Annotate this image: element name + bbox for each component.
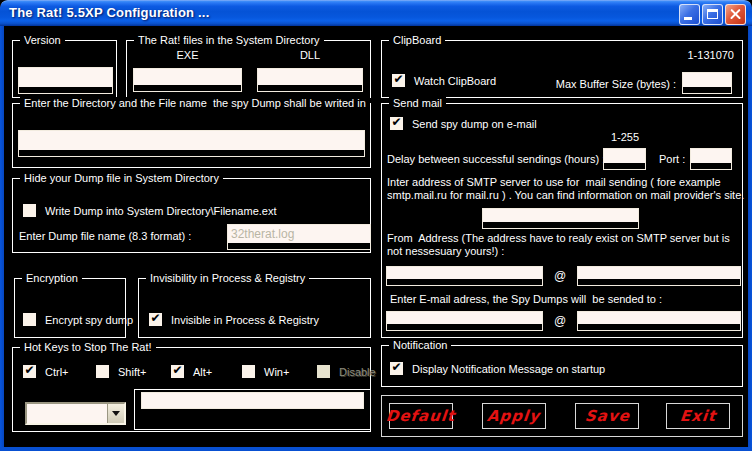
version-input[interactable]	[19, 68, 112, 87]
hotkey-win-checkbox[interactable]	[242, 365, 255, 378]
window-border-right	[748, 26, 752, 451]
hide-dump-group: Hide your Dump file in System Directory …	[12, 178, 371, 253]
exit-button[interactable]: Exit	[666, 403, 730, 429]
hotkey-win-row[interactable]: Win+	[242, 365, 289, 378]
hotkey-combobox-dropdown-button[interactable]	[107, 404, 124, 423]
write-dump-checkbox-row[interactable]: Write Dump into System Directory\Filenam…	[23, 204, 276, 217]
delay-range-hint: 1-255	[603, 131, 647, 144]
dll-field[interactable]	[257, 68, 363, 92]
notification-group-title: Notification	[389, 339, 451, 352]
dump-path-field[interactable]	[18, 130, 365, 157]
hotkey-display-field[interactable]	[141, 392, 364, 409]
hotkey-disable-checkbox[interactable]	[317, 365, 330, 378]
hotkey-win-label: Win+	[264, 366, 289, 378]
delay-input[interactable]	[604, 149, 645, 163]
hotkey-alt-row[interactable]: Alt+	[171, 365, 212, 378]
apply-button-label: Apply	[487, 407, 542, 425]
dll-label: DLL	[257, 49, 363, 62]
hotkey-disable-row[interactable]: Disable	[317, 365, 376, 378]
from-domain-input[interactable]	[578, 267, 740, 279]
hotkey-shift-checkbox[interactable]	[96, 365, 109, 378]
send-dump-email-label: Send spy dump on e-mail	[412, 118, 537, 130]
hotkeys-group-title: Hot Keys to Stop The Rat!	[20, 341, 156, 354]
minimize-button[interactable]	[679, 4, 700, 25]
port-input[interactable]	[691, 149, 731, 163]
notification-checkbox-label: Display Notification Message on startup	[412, 363, 605, 375]
from-address-label-line2: not nessesuary yours!) :	[387, 245, 504, 258]
titlebar[interactable]: The Rat! 5.5XP Configuration ...	[0, 0, 752, 26]
titlebar-buttons	[679, 4, 746, 25]
hotkey-alt-checkbox[interactable]	[171, 365, 184, 378]
smtp-server-input[interactable]	[483, 209, 638, 222]
send-dump-email-checkbox[interactable]	[390, 117, 403, 130]
encryption-group: Encryption Encrypt spy dump	[14, 278, 126, 338]
exe-label: EXE	[133, 49, 242, 62]
hotkey-shift-row[interactable]: Shift+	[96, 365, 146, 378]
version-group-title: Version	[20, 34, 65, 47]
to-at-sign: @	[554, 314, 566, 328]
apply-button[interactable]: Apply	[482, 403, 546, 429]
write-dump-checkbox-label: Write Dump into System Directory\Filenam…	[45, 205, 276, 217]
to-user-field[interactable]	[386, 311, 543, 331]
maximize-icon	[707, 9, 718, 19]
version-field[interactable]	[18, 67, 113, 94]
from-address-label-line1: From Address (The address have to realy …	[387, 232, 730, 245]
hotkey-combobox[interactable]	[25, 402, 126, 425]
invisible-checkbox[interactable]	[149, 313, 162, 326]
send-dump-email-row[interactable]: Send spy dump on e-mail	[390, 117, 537, 130]
dll-input[interactable]	[258, 69, 362, 85]
smtp-note-line1: Inter address of SMTP server to use for …	[387, 176, 721, 189]
dump-path-input[interactable]	[19, 131, 364, 150]
hotkey-ctrl-row[interactable]: Ctrl+	[23, 365, 69, 378]
hotkey-alt-label: Alt+	[193, 366, 212, 378]
notification-checkbox[interactable]	[390, 362, 403, 375]
watch-clipboard-label: Watch ClipBoard	[414, 75, 496, 87]
minimize-icon	[684, 17, 692, 20]
dump-path-group: Enter the Directory and the File name th…	[12, 103, 371, 168]
maximize-button[interactable]	[702, 4, 723, 25]
encryption-group-title: Encryption	[22, 272, 82, 285]
from-user-input[interactable]	[387, 267, 542, 279]
watch-clipboard-checkbox[interactable]	[392, 74, 405, 87]
from-user-field[interactable]	[386, 266, 543, 286]
close-icon	[726, 5, 745, 24]
delay-label: Delay between successful sendings (hours…	[387, 153, 605, 166]
save-button-label: Save	[584, 407, 631, 425]
delay-field[interactable]	[603, 148, 646, 170]
hide-dump-group-title: Hide your Dump file in System Directory	[20, 172, 223, 185]
buffer-size-label: Max Buffer Size (bytes) :	[556, 78, 676, 91]
dump-path-group-title: Enter the Directory and the File name th…	[20, 97, 370, 110]
encrypt-checkbox-row[interactable]: Encrypt spy dump	[23, 313, 133, 326]
dump-filename-label: Enter Dump file name (8.3 format) :	[19, 230, 191, 243]
smtp-server-field[interactable]	[482, 208, 639, 229]
exe-field[interactable]	[133, 68, 242, 92]
invisible-checkbox-row[interactable]: Invisible in Process & Registry	[149, 313, 319, 326]
close-button[interactable]	[725, 4, 746, 25]
watch-clipboard-row[interactable]: Watch ClipBoard	[392, 74, 496, 87]
window-border-bottom	[0, 447, 752, 451]
dump-filename-field[interactable]	[227, 224, 371, 250]
exe-input[interactable]	[134, 69, 241, 85]
hotkey-combobox-value[interactable]	[27, 404, 107, 423]
hotkey-ctrl-checkbox[interactable]	[23, 365, 36, 378]
to-user-input[interactable]	[387, 312, 542, 324]
default-button[interactable]: Default	[389, 403, 453, 429]
hotkey-ctrl-label: Ctrl+	[45, 366, 69, 378]
to-domain-input[interactable]	[578, 312, 740, 324]
invisibility-group-title: Invisibility in Process & Registry	[146, 272, 309, 285]
save-button[interactable]: Save	[575, 403, 639, 429]
port-field[interactable]	[690, 148, 732, 170]
from-domain-field[interactable]	[577, 266, 741, 286]
port-label: Port :	[659, 153, 685, 166]
buffer-size-field[interactable]	[682, 72, 732, 94]
write-dump-checkbox[interactable]	[23, 204, 36, 217]
to-domain-field[interactable]	[577, 311, 741, 331]
notification-checkbox-row[interactable]: Display Notification Message on startup	[390, 362, 605, 375]
to-address-label: Enter E-mail adress, the Spy Dumps will …	[390, 293, 662, 306]
hotkey-shift-label: Shift+	[118, 366, 146, 378]
encrypt-checkbox[interactable]	[23, 313, 36, 326]
dump-filename-input[interactable]	[228, 225, 370, 243]
smtp-note-line2: smtp.mail.ru for mail.ru ) . You can fin…	[387, 189, 744, 202]
app-window: The Rat! 5.5XP Configuration ... Version…	[0, 0, 752, 451]
buffer-size-input[interactable]	[683, 73, 731, 87]
